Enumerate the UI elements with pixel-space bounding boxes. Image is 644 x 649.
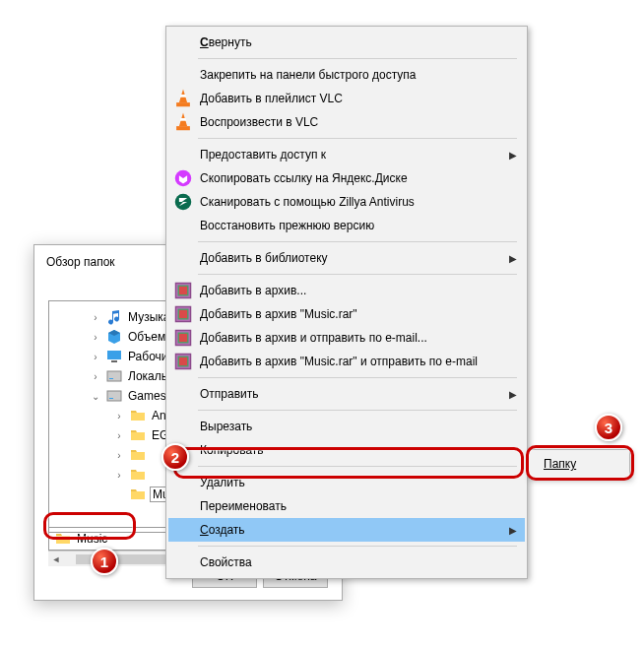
blank-icon <box>172 519 194 541</box>
rar-icon <box>172 351 194 372</box>
blank-icon <box>172 215 194 236</box>
folder-icon <box>130 487 146 502</box>
menu-item[interactable]: Добавить в библиотеку▶ <box>168 246 525 270</box>
expander-icon[interactable]: › <box>89 310 102 324</box>
menu-item-label: Свойства <box>200 555 499 569</box>
annotation-badge: 3 <box>595 414 622 441</box>
menu-item[interactable]: Отправить▶ <box>168 382 525 406</box>
menu-item[interactable]: Скопировать ссылку на Яндекс.Диске <box>168 166 525 190</box>
menu-separator <box>198 138 517 139</box>
menu-item[interactable]: Воспроизвести в VLC <box>168 110 525 134</box>
folder-icon <box>130 467 146 483</box>
menu-item-label: Скопировать ссылку на Яндекс.Диске <box>200 171 499 185</box>
zillya-icon <box>172 191 194 213</box>
menu-item[interactable]: Закрепить на панели быстрого доступа <box>168 63 525 87</box>
folder-icon <box>130 427 146 443</box>
svg-rect-0 <box>107 351 121 359</box>
menu-item-label: Восстановить прежнюю версию <box>200 219 499 232</box>
menu-item-label: Предоставить доступ к <box>200 148 499 162</box>
submenu-arrow-icon: ▶ <box>509 525 517 536</box>
menu-item-label: Удалить <box>200 476 499 489</box>
blank-icon <box>172 472 194 493</box>
blank-icon <box>172 64 194 86</box>
menu-item[interactable]: Создать▶ <box>168 518 525 542</box>
music-icon <box>106 309 122 325</box>
menu-separator <box>198 377 517 378</box>
svg-rect-4 <box>107 391 121 401</box>
menu-item[interactable]: Удалить <box>168 471 525 494</box>
blank-icon <box>172 552 194 573</box>
expander-icon[interactable] <box>112 487 126 501</box>
svg-rect-2 <box>107 371 121 381</box>
folder-icon <box>55 531 71 547</box>
menu-separator <box>198 546 517 547</box>
submenu-item-folder[interactable]: Папку <box>532 453 626 475</box>
menu-item-label: Копировать <box>200 443 499 457</box>
menu-item[interactable]: Сканировать с помощью Zillya Antivirus <box>168 190 525 214</box>
menu-item-label: Отправить <box>200 387 499 401</box>
svg-rect-6 <box>176 102 190 106</box>
blank-icon <box>172 416 194 437</box>
disk-icon <box>106 388 122 404</box>
svg-rect-17 <box>179 310 187 318</box>
svg-rect-25 <box>179 357 187 365</box>
menu-separator <box>198 466 517 467</box>
menu-item-label: Создать <box>200 523 499 537</box>
svg-rect-1 <box>111 360 117 362</box>
menu-separator <box>198 241 517 242</box>
vlc-icon <box>172 111 194 133</box>
tree-item-label: Games <box>126 389 168 403</box>
expander-icon[interactable]: › <box>89 350 102 363</box>
rar-icon <box>172 327 194 349</box>
folder-icon <box>130 408 146 423</box>
submenu-arrow-icon: ▶ <box>509 253 517 264</box>
menu-separator <box>198 58 517 59</box>
menu-item-label: Добавить в архив и отправить по e-mail..… <box>200 331 499 345</box>
menu-item[interactable]: Восстановить прежнюю версию <box>168 214 525 237</box>
blank-icon <box>172 495 194 517</box>
expander-icon[interactable]: › <box>112 468 126 482</box>
menu-item[interactable]: Свойства <box>168 551 525 574</box>
submenu-arrow-icon: ▶ <box>509 150 517 161</box>
context-menu: СвернутьЗакрепить на панели быстрого дос… <box>165 26 528 579</box>
menu-item-label: Воспроизвести в VLC <box>200 115 499 129</box>
menu-item[interactable]: Предоставить доступ к▶ <box>168 143 525 166</box>
tree-item-label: Рабочи <box>126 350 170 363</box>
submenu-item-label: Папку <box>544 457 576 471</box>
blank-icon <box>172 439 194 461</box>
blank-icon <box>172 144 194 165</box>
menu-item-label: Добавить в архив "Music.rar" и отправить… <box>200 355 499 368</box>
menu-item-label: Добавить в библиотеку <box>200 251 499 265</box>
menu-item[interactable]: Добавить в архив "Music.rar" и отправить… <box>168 350 525 373</box>
expander-icon[interactable]: › <box>112 409 126 422</box>
menu-item[interactable]: Копировать <box>168 438 525 462</box>
rar-icon <box>172 280 194 301</box>
svg-rect-13 <box>179 287 187 294</box>
tree-item-label: Локаль <box>126 369 169 383</box>
blank-icon <box>172 247 194 269</box>
menu-item[interactable]: Переименовать <box>168 494 525 518</box>
yadisk-icon <box>172 167 194 189</box>
objects-icon <box>106 329 122 345</box>
svg-rect-3 <box>109 378 113 379</box>
menu-item[interactable]: Свернуть <box>168 31 525 54</box>
svg-rect-7 <box>176 126 190 130</box>
expander-icon[interactable]: › <box>89 330 102 344</box>
menu-item[interactable]: Добавить в архив "Music.rar" <box>168 302 525 326</box>
menu-item[interactable]: Добавить в архив и отправить по e-mail..… <box>168 326 525 350</box>
menu-item[interactable]: Вырезать <box>168 415 525 438</box>
menu-item-label: Свернуть <box>200 35 499 49</box>
expander-icon[interactable]: › <box>112 448 126 462</box>
expander-icon[interactable]: ⌄ <box>89 389 102 403</box>
menu-item-label: Сканировать с помощью Zillya Antivirus <box>200 195 499 209</box>
menu-item[interactable]: Добавить в архив... <box>168 279 525 302</box>
menu-item-label: Вырезать <box>200 420 499 433</box>
submenu-arrow-icon: ▶ <box>509 389 517 400</box>
create-submenu: Папку <box>528 449 630 479</box>
menu-item-label: Добавить в архив "Music.rar" <box>200 307 499 321</box>
rar-icon <box>172 303 194 325</box>
disk-icon <box>106 368 122 384</box>
expander-icon[interactable]: › <box>112 428 126 442</box>
menu-item[interactable]: Добавить в плейлист VLC <box>168 87 525 110</box>
expander-icon[interactable]: › <box>89 369 102 383</box>
